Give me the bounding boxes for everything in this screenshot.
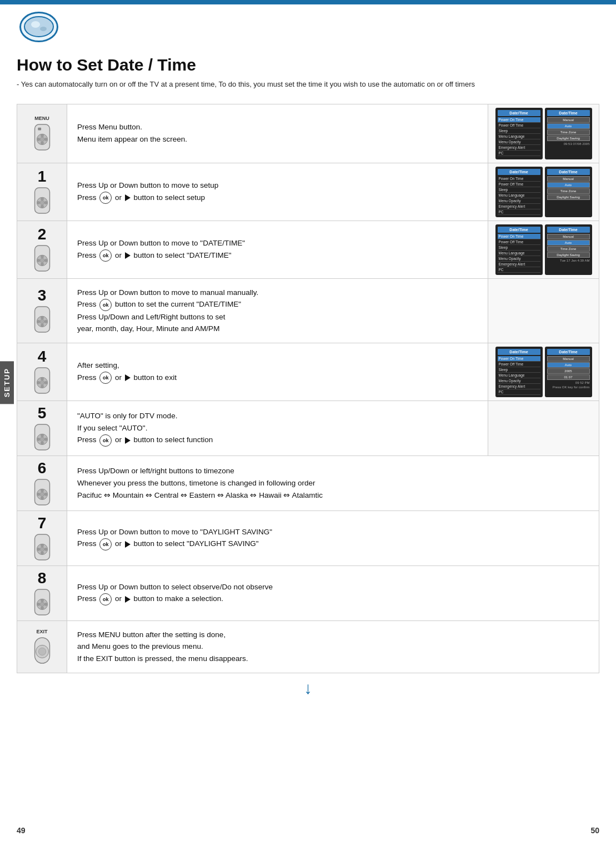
tv-val1-2: Manual [547, 234, 590, 239]
tv-header-4: Date/Time [498, 349, 540, 355]
step-2: 2 Press Up or Down button to move to "DA… [17, 221, 599, 278]
svg-point-56 [41, 551, 44, 554]
step7-text2-end: button to select "DAYLIGHT SAVING" [134, 539, 259, 548]
tv-item-4c: Menu Language [498, 373, 540, 378]
remote-icon-6 [30, 478, 54, 506]
step4-text2-pre: Press [77, 373, 97, 382]
step-center-1: Press Up or Down button to move to setup… [67, 163, 488, 221]
tv-screen-left-2: Date/Time Power On Time Power Off Time S… [495, 224, 543, 275]
step2-text2-pre: Press [77, 251, 97, 259]
step-left-exit: EXIT [17, 621, 67, 673]
step-right-1: Date/Time Power On Time Power Off Time S… [488, 163, 599, 221]
play-button-5 [125, 437, 131, 444]
menu-text1: Press Menu button. [77, 123, 142, 131]
svg-point-34 [41, 377, 44, 381]
svg-point-41 [41, 434, 44, 437]
tv-footer-4b: Press OK key for confirm [547, 386, 590, 389]
subtitle: - Yes can automatocally turn on or off t… [17, 79, 599, 90]
svg-point-2 [40, 27, 47, 31]
step-text-3: Press Up or Down button to move to manua… [77, 287, 478, 335]
step-center-3: Press Up or Down button to move to manua… [67, 279, 488, 343]
step1-text2-pre: Press [77, 193, 97, 202]
step-text-exit: Press MENU button after the setting is d… [77, 629, 589, 665]
tv-screen-left-menu: Date/Time Power On Time Power Off Time S… [495, 108, 543, 159]
step-number-6: 6 [38, 460, 47, 476]
svg-point-58 [44, 548, 47, 551]
tv-val1-4: Manual [547, 356, 590, 362]
step8-or: or [115, 594, 124, 603]
remote-icon-1 [30, 187, 54, 214]
main-content: How to Set Date / Time - Yes can automat… [17, 56, 599, 703]
tv-item-7c: PC [498, 389, 540, 395]
svg-point-27 [41, 316, 44, 319]
step-number-1: 1 [38, 169, 47, 184]
step-text-4: After setting, Press ok or button to exi… [77, 359, 478, 384]
svg-point-13 [41, 197, 44, 201]
tv-item-3a: Sleep [498, 187, 540, 193]
bottom-arrow: ↓ [17, 673, 599, 703]
svg-point-49 [41, 496, 44, 499]
menu-label: MENU [34, 116, 49, 121]
tv-item-5b: Menu Opacity [498, 256, 540, 262]
remote-icon-exit [30, 637, 54, 664]
svg-point-65 [44, 603, 47, 606]
tv-val1-1: Manual [547, 176, 590, 182]
svg-point-15 [37, 201, 40, 204]
tv-val3-4: 2005 [547, 368, 590, 374]
step6-text2: Whenever you press the buttons, timetone… [77, 479, 315, 487]
svg-point-51 [44, 493, 47, 496]
step-text-2: Press Up or Down button to move to "DATE… [77, 237, 478, 262]
step-left-3: 3 [17, 279, 67, 343]
tv-screen-right-menu: Date/Time Manual Auto Time Zone Daylight… [545, 108, 592, 159]
exit-text2: and Menu goes to the previous menu. [77, 642, 203, 650]
step-exit: EXIT Press MENU button after the setting… [17, 620, 599, 673]
step-center-7: Press Up or Down button to move to "DAYL… [67, 511, 599, 565]
step-left-menu: MENU [17, 104, 67, 163]
svg-point-36 [37, 381, 40, 384]
setup-tab: SETUP [0, 361, 14, 404]
tv-val3-2: Time Zone [547, 246, 590, 252]
remote-icon-4 [30, 367, 54, 394]
tv-item-1b: Power On Time [498, 234, 540, 239]
step-menu: MENU Press Menu button. Menu item appear… [17, 104, 599, 163]
step-left-8: 8 [17, 566, 67, 620]
svg-point-57 [37, 548, 40, 551]
step-number-2: 2 [38, 227, 47, 242]
step-8: 8 Press Up or Down button to select obse… [17, 565, 599, 620]
exit-text3: If the EXIT button is pressed, the menu … [77, 654, 248, 663]
tv-item-2b: Power Off Time [498, 239, 540, 245]
step-number-3: 3 [38, 288, 47, 303]
step-left-6: 6 [17, 456, 67, 510]
step-5: 5 "AUTO" is only for DTV mode. If you se… [17, 401, 599, 455]
tv-item-3c: Sleep [498, 367, 540, 373]
tv-item-4: Menu Language [498, 134, 540, 139]
tv-header-menu: Date/Time [498, 110, 540, 116]
step-center-8: Press Up or Down button to select observ… [67, 566, 599, 620]
ok-button-4: ok [99, 372, 112, 384]
svg-point-23 [44, 259, 47, 262]
tv-val4-1: Daylight Saving [547, 194, 590, 200]
tv-item-7a: PC [498, 209, 540, 215]
svg-point-64 [37, 603, 40, 606]
step-text-7: Press Up or Down button to move to "DAYL… [77, 526, 589, 550]
tv-item-3: Sleep [498, 128, 540, 134]
svg-point-28 [41, 324, 44, 327]
svg-point-30 [44, 320, 47, 323]
tv-val4-2: Daylight Saving [547, 252, 590, 258]
step8-text2-pre: Press [77, 594, 97, 603]
tv-screen-right-1: Date/Time Manual Auto Time Zone Daylight… [545, 167, 592, 217]
page-title: How to Set Date / Time [17, 56, 599, 74]
step1-text2-end: button to select setup [134, 193, 205, 202]
logo-area [11, 4, 67, 49]
step-right-5-empty [488, 401, 599, 455]
step3-text2-mid: button to set the current "DATE/TIME" [115, 300, 241, 308]
ok-button-3: ok [99, 299, 112, 311]
ok-button-2: ok [99, 249, 112, 262]
step-6: 6 Press Up/Down or left/right buttons to… [17, 455, 599, 510]
page-number-right: 50 [590, 826, 599, 835]
step-number-8: 8 [38, 570, 47, 586]
tv-header-right-1: Date/Time [547, 169, 590, 175]
step-text-8: Press Up or Down button to select observ… [77, 581, 589, 605]
tv-header-right-4: Date/Time [547, 349, 590, 355]
remote-icon-5 [30, 423, 54, 451]
